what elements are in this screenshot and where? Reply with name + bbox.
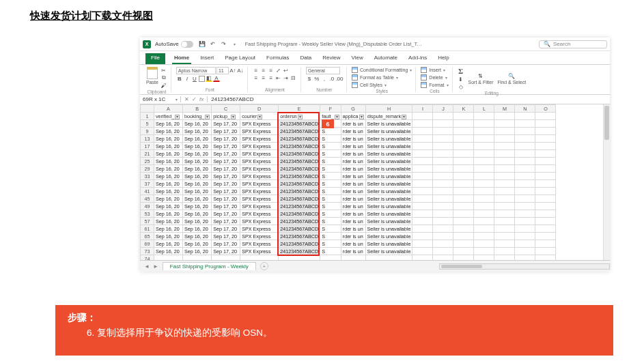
header-cell[interactable]: ordersn▾ [279,113,320,120]
empty-cell[interactable] [453,173,474,180]
decrease-font-icon[interactable]: A↓ [237,68,244,74]
data-cell[interactable]: SPX Express [240,225,279,233]
align-center-icon[interactable]: ≡ [260,74,267,81]
row-header[interactable]: 65 [141,233,154,240]
empty-cell[interactable] [494,120,515,128]
data-cell[interactable]: rder is un [341,218,365,225]
data-cell[interactable]: Sep 16, 20 [183,150,212,158]
empty-cell[interactable] [494,195,515,203]
empty-cell[interactable] [453,135,474,143]
empty-cell[interactable] [494,165,515,173]
empty-cell[interactable] [474,165,494,173]
ordersn-cell[interactable]: 241234567ABCD [279,225,320,233]
empty-cell[interactable] [474,150,494,158]
empty-cell[interactable] [494,150,515,158]
empty-cell[interactable] [433,150,453,158]
row-header[interactable]: 73 [141,248,154,255]
empty-cell[interactable] [412,195,433,203]
empty-cell[interactable] [474,210,494,218]
data-cell[interactable]: Seller is unavailable [365,188,412,195]
empty-cell[interactable] [474,120,494,128]
data-cell[interactable]: SPX Express [240,240,279,248]
empty-cell[interactable] [535,255,556,261]
data-cell[interactable]: Seller is unavailable [365,203,412,210]
empty-cell[interactable] [474,225,494,233]
row-header[interactable]: 17 [141,143,154,150]
tab-home[interactable]: Home [172,53,191,64]
empty-cell[interactable] [240,255,279,261]
accounting-format-icon[interactable]: $ [306,75,313,82]
tab-insert[interactable]: Insert [198,53,216,64]
add-sheet-button[interactable]: + [260,262,268,270]
search-box[interactable]: 🔍 Search [539,40,607,48]
align-bottom-icon[interactable]: ≡ [268,67,275,74]
increase-indent-icon[interactable]: ⇥ [283,74,290,81]
data-cell[interactable]: Sep 16, 20 [154,128,183,135]
number-format-select[interactable]: General [306,67,340,74]
data-cell[interactable]: Seller is unavailable [365,150,412,158]
tab-page-layout[interactable]: Page Layout [223,53,257,64]
empty-cell[interactable] [515,158,535,165]
data-cell[interactable]: Sep 17, 20 [212,240,240,248]
data-cell[interactable]: SPX Express [240,203,279,210]
data-cell[interactable]: Seller is unavailable [365,248,412,255]
row-header[interactable]: 9 [141,128,154,135]
data-cell[interactable]: Sep 17, 20 [212,218,240,225]
borders-icon[interactable] [199,76,205,82]
header-cell[interactable]: dispute_remark▾ [365,113,412,120]
empty-cell[interactable] [183,255,212,261]
empty-cell[interactable] [494,248,515,255]
data-cell[interactable]: Sep 17, 20 [212,135,240,143]
empty-cell[interactable] [515,165,535,173]
comma-format-icon[interactable]: , [321,75,328,82]
row-header[interactable]: 61 [141,225,154,233]
data-cell[interactable]: SPX Express [240,120,279,128]
data-cell[interactable]: S [320,240,341,248]
data-cell[interactable]: Sep 17, 20 [212,180,240,188]
find-select-button[interactable]: 🔍 Find & Select [497,72,526,85]
ordersn-cell[interactable]: 241234567ABCD [279,180,320,188]
align-middle-icon[interactable]: ≡ [260,67,267,74]
data-cell[interactable]: rder is un [341,240,365,248]
clear-icon[interactable]: ◇ [458,83,464,90]
data-cell[interactable]: Seller is unavailable [365,218,412,225]
empty-cell[interactable] [515,225,535,233]
data-cell[interactable]: rder is un [341,188,365,195]
format-painter-icon[interactable]: 🖌 [160,82,167,89]
empty-cell[interactable] [453,158,474,165]
tab-file[interactable]: File [145,53,165,64]
data-cell[interactable]: rder is un [341,173,365,180]
empty-cell[interactable] [433,188,453,195]
empty-cell[interactable] [212,255,240,261]
empty-cell[interactable] [515,128,535,135]
empty-cell[interactable] [515,210,535,218]
col-header[interactable]: A [154,105,183,113]
empty-cell[interactable] [433,240,453,248]
empty-cell[interactable] [474,158,494,165]
data-cell[interactable]: S [320,135,341,143]
percent-format-icon[interactable]: % [313,75,320,82]
underline-button[interactable]: U [191,75,198,82]
col-header[interactable]: D [240,105,279,113]
ordersn-cell[interactable]: 241234567ABCD [279,248,320,255]
empty-cell[interactable] [412,240,433,248]
empty-cell[interactable] [515,180,535,188]
empty-cell[interactable] [412,255,433,261]
empty-cell[interactable] [515,218,535,225]
font-name-select[interactable]: Aptos Narrow [176,67,216,74]
data-cell[interactable]: rder is un [341,135,365,143]
empty-cell[interactable] [433,158,453,165]
empty-cell[interactable] [494,180,515,188]
paste-button[interactable]: Paste [146,67,158,85]
data-cell[interactable]: Sep 17, 20 [212,225,240,233]
header-cell[interactable]: fault_▾ [320,113,341,120]
ordersn-cell[interactable]: 241234567ABCD [279,128,320,135]
data-cell[interactable]: Sep 17, 20 [212,165,240,173]
col-header[interactable]: K [453,105,474,113]
data-cell[interactable]: Sep 16, 20 [154,165,183,173]
cancel-formula-icon[interactable]: ✕ [184,96,189,102]
empty-cell[interactable] [515,255,535,261]
data-cell[interactable]: Sep 16, 20 [154,180,183,188]
data-cell[interactable]: rder is un [341,143,365,150]
empty-cell[interactable] [433,210,453,218]
